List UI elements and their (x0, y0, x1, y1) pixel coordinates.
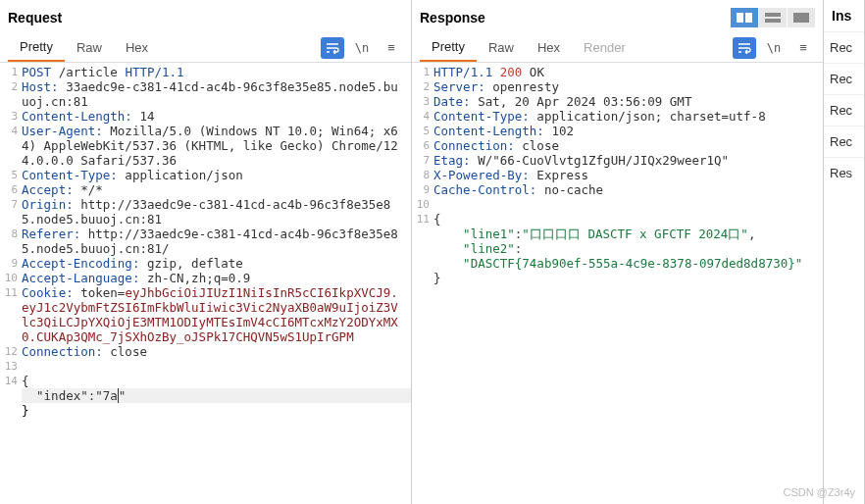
svg-rect-3 (765, 19, 781, 23)
tab-raw[interactable]: Raw (65, 34, 114, 61)
view-single-icon[interactable] (788, 8, 815, 27)
request-title: Request (8, 10, 403, 25)
code-line[interactable]: 4User-Agent: Mozilla/5.0 (Windows NT 10.… (0, 124, 411, 168)
tab-pretty[interactable]: Pretty (420, 33, 477, 62)
tab-hex[interactable]: Hex (114, 34, 160, 61)
inspector-row[interactable]: Rec (824, 31, 864, 63)
request-header: Request (0, 0, 411, 29)
code-line[interactable]: 6Accept: */* (0, 182, 411, 197)
view-stack-icon[interactable] (759, 8, 787, 27)
code-line[interactable]: 4Content-Type: application/json; charset… (412, 109, 823, 124)
code-line[interactable]: 2Server: openresty (412, 79, 823, 94)
tab-raw[interactable]: Raw (477, 34, 526, 61)
newline-icon[interactable]: \n (762, 37, 786, 59)
tab-pretty[interactable]: Pretty (8, 33, 65, 62)
request-tabs: Pretty Raw Hex \n ≡ (0, 29, 411, 63)
code-line[interactable]: 9Accept-Encoding: gzip, deflate (0, 256, 411, 271)
code-line[interactable]: 8Referer: http://33aedc9e-c381-41cd-ac4b… (0, 227, 411, 256)
view-toolbar (731, 8, 815, 27)
code-line[interactable]: 7Origin: http://33aedc9e-c381-41cd-ac4b-… (0, 197, 411, 227)
response-title: Response (420, 10, 731, 25)
code-line[interactable]: "line2": (412, 241, 823, 256)
watermark: CSDN @Z3r4y (783, 486, 855, 498)
code-line[interactable]: 8X-Powered-By: Express (412, 168, 823, 182)
inspector-row[interactable]: Res (824, 157, 864, 188)
inspector-title: Ins (824, 0, 864, 31)
inspector-row[interactable]: Rec (824, 126, 864, 157)
inspector-panel: Ins RecRecRecRecRes (824, 0, 865, 504)
code-line[interactable]: "line1":"口口口口 DASCTF x GFCTF 2024口", (412, 227, 823, 241)
svg-rect-1 (745, 13, 752, 23)
response-viewer[interactable]: 1HTTP/1.1 200 OK2Server: openresty3Date:… (412, 63, 823, 504)
wrap-icon[interactable] (733, 37, 756, 59)
response-tabs: Pretty Raw Hex Render \n ≡ (412, 29, 823, 63)
code-line[interactable]: 10Accept-Language: zh-CN,zh;q=0.9 (0, 271, 411, 285)
code-line[interactable]: 5Content-Length: 102 (412, 124, 823, 138)
code-line[interactable]: 10 (412, 197, 823, 212)
code-line[interactable]: 9Cache-Control: no-cache (412, 182, 823, 197)
view-split-icon[interactable] (731, 8, 758, 27)
code-line[interactable]: 5Content-Type: application/json (0, 168, 411, 182)
request-editor[interactable]: 1POST /article HTTP/1.12Host: 33aedc9e-c… (0, 63, 411, 504)
code-line[interactable]: } (412, 271, 823, 285)
svg-rect-2 (765, 13, 781, 17)
menu-icon[interactable]: ≡ (791, 37, 815, 59)
code-line[interactable]: 2Host: 33aedc9e-c381-41cd-ac4b-96c3f8e35… (0, 79, 411, 109)
inspector-row[interactable]: Rec (824, 94, 864, 126)
tab-hex[interactable]: Hex (526, 34, 572, 61)
code-line[interactable]: 11{ (412, 212, 823, 227)
menu-icon[interactable]: ≡ (380, 37, 403, 59)
inspector-row[interactable]: Rec (824, 63, 864, 94)
tab-render[interactable]: Render (572, 34, 637, 61)
code-line[interactable]: 6Connection: close (412, 138, 823, 153)
code-line[interactable]: 7Etag: W/"66-CuoVlvtg1ZfgUH/JIQx29weer1Q… (412, 153, 823, 168)
response-panel: Response Pretty Raw Hex Render \n ≡ 1HTT… (412, 0, 824, 504)
code-line[interactable]: 1HTTP/1.1 200 OK (412, 65, 823, 79)
svg-rect-0 (737, 13, 743, 23)
code-line[interactable]: "DASCTF{74ab90ef-555a-4c9e-8378-097ded8d… (412, 256, 823, 271)
code-line[interactable]: 3Date: Sat, 20 Apr 2024 03:56:09 GMT (412, 94, 823, 109)
wrap-icon[interactable] (321, 37, 344, 59)
code-line[interactable]: 1POST /article HTTP/1.1 (0, 65, 411, 79)
request-panel: Request Pretty Raw Hex \n ≡ 1POST /artic… (0, 0, 412, 504)
code-line[interactable]: 13 (0, 359, 411, 374)
code-line[interactable]: 3Content-Length: 14 (0, 109, 411, 124)
code-line[interactable]: 11Cookie: token=eyJhbGciOiJIUzI1NiIsInR5… (0, 285, 411, 344)
svg-rect-4 (793, 13, 809, 23)
code-line[interactable]: 12Connection: close (0, 344, 411, 359)
response-header: Response (412, 0, 823, 29)
newline-icon[interactable]: \n (350, 37, 374, 59)
code-line[interactable]: 14{ (0, 374, 411, 388)
